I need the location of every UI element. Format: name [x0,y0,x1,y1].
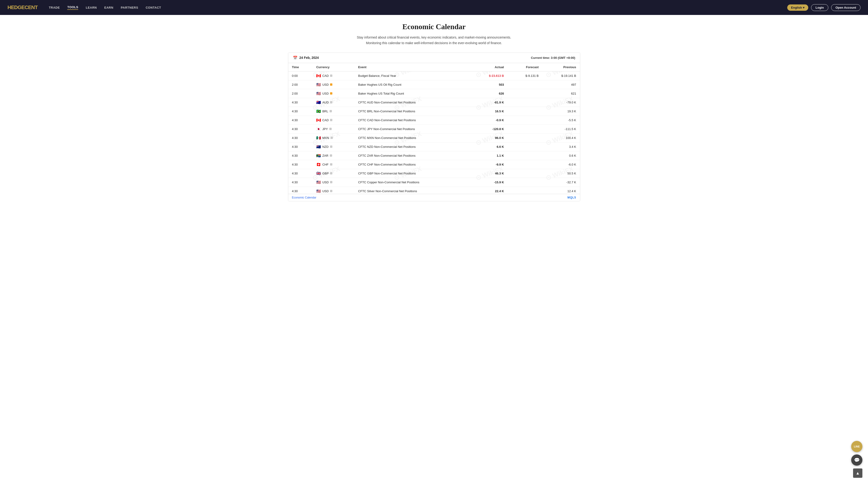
cell-currency: 🇺🇸 USD [312,186,354,194]
cell-time: 4:30 [288,133,312,142]
cell-actual: -15.9 K [470,178,508,186]
calendar-date-value: 24 Feb, 2024 [300,56,319,60]
cell-time: 4:30 [288,124,312,133]
cell-forecast [508,169,542,178]
cell-event: CFTC GBP Non-Commercial Net Positions [354,169,470,178]
table-body: 0:00 🇨🇦 CAD Budget Balance, Fiscal Year … [288,71,580,194]
cell-forecast [508,80,542,89]
cell-event: CFTC BRL Non-Commercial Net Positions [354,107,470,116]
cell-previous: 3.4 K [542,142,580,151]
cell-currency: 🇳🇿 NZD [312,142,354,151]
cell-previous: -79.0 K [542,98,580,107]
nav-partners[interactable]: PARTNERS [121,6,138,9]
cell-time: 2:00 [288,89,312,98]
cell-event: Budget Balance, Fiscal Year [354,71,470,80]
cell-actual: -120.8 K [470,124,508,133]
cell-forecast [508,98,542,107]
cell-currency: 🇧🇷 BRL [312,107,354,116]
cell-actual: 6.6 K [470,142,508,151]
cell-previous: 100.4 K [542,133,580,142]
cell-time: 4:30 [288,160,312,169]
login-button[interactable]: Login [811,4,828,11]
cell-time: 4:30 [288,142,312,151]
language-selector[interactable]: English ▾ [787,4,808,11]
currency-code: USD [322,190,329,193]
priority-indicator [330,110,332,112]
currency-code: USD [322,180,329,184]
table-row: 2:00 🇺🇸 USD Baker Hughes US Total Rig Co… [288,89,580,98]
calendar-date: 📅 24 Feb, 2024 [293,56,319,60]
currency-code: CAD [322,74,329,78]
table-header: Time Currency Event Actual Forecast Prev… [288,63,580,71]
table-row: 4:30 🇺🇸 USD CFTC Silver Non-Commercial N… [288,186,580,194]
cell-time: 2:00 [288,80,312,89]
cell-actual: $-23.613 B [470,71,508,80]
table-row: 4:30 🇧🇷 BRL CFTC BRL Non-Commercial Net … [288,107,580,116]
cell-previous: 0.6 K [542,151,580,160]
calendar-table: Time Currency Event Actual Forecast Prev… [288,63,580,194]
cell-event: Baker Hughes US Oil Rig Count [354,80,470,89]
currency-code: USD [322,83,329,86]
cell-previous: $-19.141 B [542,71,580,80]
nav-right: English ▾ Login Open Account [787,4,861,11]
calendar-table-wrap[interactable]: Time Currency Event Actual Forecast Prev… [288,63,580,194]
cell-previous: -32.7 K [542,178,580,186]
open-account-button[interactable]: Open Account [831,4,861,11]
mql5-badge: MQL5 [567,196,576,199]
flag-icon: 🇺🇸 [316,189,321,193]
flag-icon: 🇯🇵 [316,127,321,131]
cell-previous: 621 [542,89,580,98]
cell-event: Baker Hughes US Total Rig Count [354,89,470,98]
cell-forecast [508,142,542,151]
currency-code: AUD [322,100,329,104]
currency-code: NZD [322,145,329,148]
page-title: Economic Calendar [288,22,580,31]
col-event: Event [354,63,470,71]
footer-link[interactable]: Economic Calendar [292,196,316,199]
logo[interactable]: HEDGECENT [7,4,38,10]
cell-currency: 🇨🇭 CHF [312,160,354,169]
cell-event: CFTC CAD Non-Commercial Net Positions [354,116,470,124]
cell-previous: 50.5 K [542,169,580,178]
cell-event: CFTC Copper Non-Commercial Net Positions [354,178,470,186]
nav-earn[interactable]: EARN [104,6,114,9]
page-content: Economic Calendar Stay informed about cr… [282,15,586,209]
cell-time: 4:30 [288,151,312,160]
table-row: 4:30 🇬🇧 GBP CFTC GBP Non-Commercial Net … [288,169,580,178]
nav-tools[interactable]: TOOLS [67,5,78,10]
priority-indicator [330,119,332,121]
cell-actual: 1.1 K [470,151,508,160]
cell-currency: 🇨🇦 CAD [312,71,354,80]
cell-event: CFTC CHF Non-Commercial Net Positions [354,160,470,169]
cell-actual: 16.5 K [470,107,508,116]
table-row: 4:30 🇯🇵 JPY CFTC JPY Non-Commercial Net … [288,124,580,133]
table-row: 4:30 🇳🇿 NZD CFTC NZD Non-Commercial Net … [288,142,580,151]
cell-time: 4:30 [288,186,312,194]
nav-links: TRADE TOOLS LEARN EARN PARTNERS CONTACT [49,5,782,10]
table-row: 0:00 🇨🇦 CAD Budget Balance, Fiscal Year … [288,71,580,80]
navbar: HEDGECENT TRADE TOOLS LEARN EARN PARTNER… [0,0,868,15]
priority-indicator [330,145,332,148]
flag-icon: 🇨🇦 [316,74,321,78]
current-time: Current time: 3:00 (GMT +8:00) [531,56,575,60]
cell-time: 4:30 [288,107,312,116]
nav-trade[interactable]: TRADE [49,6,60,9]
nav-contact[interactable]: CONTACT [146,6,161,9]
flag-icon: 🇲🇽 [316,136,321,140]
cell-actual: 46.3 K [470,169,508,178]
col-previous: Previous [542,63,580,71]
cell-previous: 19.3 K [542,107,580,116]
table-row: 4:30 🇨🇦 CAD CFTC CAD Non-Commercial Net … [288,116,580,124]
col-actual: Actual [470,63,508,71]
priority-indicator [330,190,332,192]
flag-icon: 🇨🇦 [316,118,321,122]
flag-icon: 🇺🇸 [316,82,321,87]
priority-indicator [329,128,332,130]
priority-indicator [330,75,332,77]
nav-learn[interactable]: LEARN [86,6,97,9]
currency-code: ZAR [322,154,329,157]
cell-event: CFTC ZAR Non-Commercial Net Positions [354,151,470,160]
cell-forecast [508,178,542,186]
cell-actual: -9.9 K [470,160,508,169]
currency-code: MXN [322,136,329,140]
